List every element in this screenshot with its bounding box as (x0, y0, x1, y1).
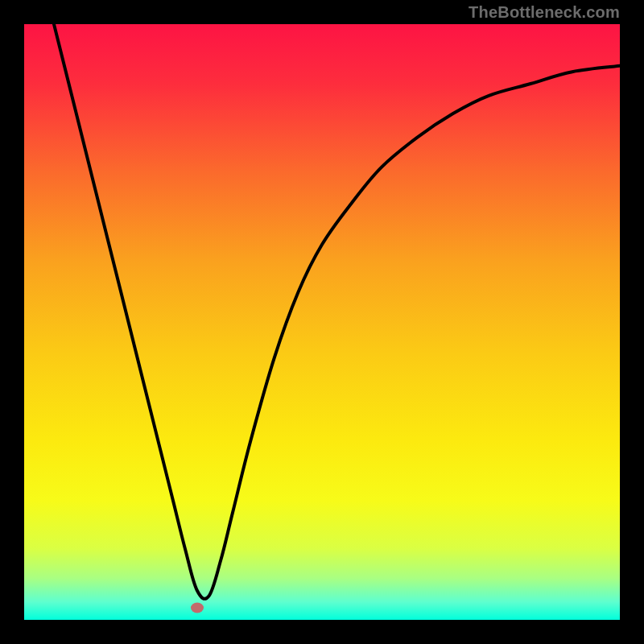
bottleneck-curve (54, 24, 620, 599)
outer-frame: TheBottleneck.com (0, 0, 644, 644)
curve-layer (24, 24, 620, 620)
attribution-label: TheBottleneck.com (469, 3, 620, 22)
plot-area (24, 24, 620, 620)
minimum-marker (191, 603, 204, 613)
